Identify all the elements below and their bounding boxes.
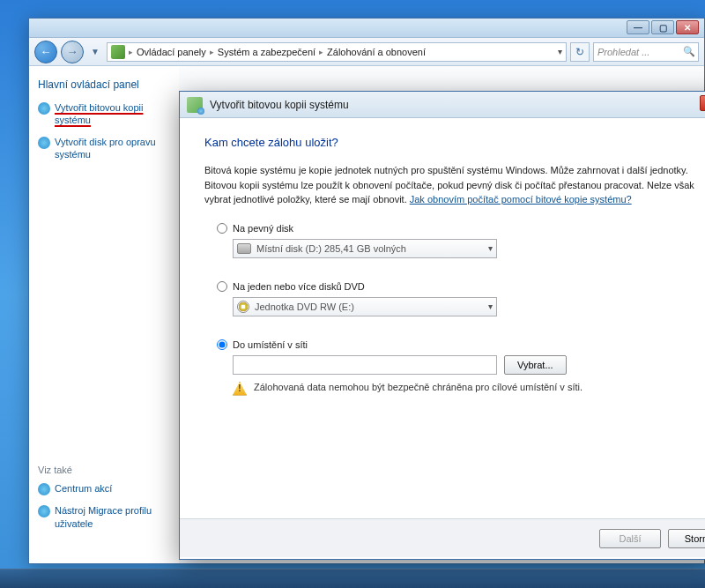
option-label: Na pevný disk bbox=[233, 223, 293, 234]
network-warning: Zálohovaná data nemohou být bezpečně chr… bbox=[233, 382, 705, 396]
see-also-heading: Viz také bbox=[38, 465, 170, 475]
option-label: Na jeden nebo více disků DVD bbox=[233, 281, 365, 292]
network-path-input[interactable] bbox=[233, 355, 497, 375]
chevron-right-icon: ▸ bbox=[129, 48, 133, 56]
browse-button[interactable]: Vybrat... bbox=[504, 355, 567, 375]
help-link[interactable]: Jak obnovím počítač pomocí bitové kopie … bbox=[410, 194, 632, 205]
dialog-description: Bitová kopie systému je kopie jednotek n… bbox=[204, 163, 705, 207]
sidebar-item-migration-tool[interactable]: Nástroj Migrace profilu uživatele bbox=[38, 504, 170, 530]
forward-button[interactable]: → bbox=[61, 41, 84, 63]
option-dvd: Na jeden nebo více disků DVD Jednotka DV… bbox=[204, 281, 705, 316]
breadcrumb[interactable]: ▸ Ovládací panely ▸ Systém a zabezpečení… bbox=[107, 42, 567, 62]
option-hard-disk: Na pevný disk Místní disk (D:) 285,41 GB… bbox=[204, 223, 705, 258]
shield-icon bbox=[38, 137, 50, 149]
chevron-down-icon[interactable]: ▾ bbox=[558, 47, 562, 56]
option-dvd-radio[interactable]: Na jeden nebo více disků DVD bbox=[204, 281, 705, 292]
option-hard-disk-radio[interactable]: Na pevný disk bbox=[204, 223, 705, 234]
cancel-button[interactable]: Storno bbox=[668, 529, 705, 548]
warning-icon bbox=[233, 382, 247, 396]
drive-icon bbox=[237, 243, 251, 254]
chevron-right-icon: ▸ bbox=[210, 48, 214, 56]
sidebar-item-action-center[interactable]: Centrum akcí bbox=[38, 482, 170, 495]
shield-icon bbox=[38, 102, 50, 115]
sidebar: Hlavní ovládací panel Vytvořit bitovou k… bbox=[29, 66, 179, 563]
radio-hard-disk[interactable] bbox=[217, 223, 227, 234]
sidebar-heading[interactable]: Hlavní ovládací panel bbox=[38, 78, 170, 91]
radio-dvd[interactable] bbox=[217, 281, 227, 292]
sidebar-item-label: Vytvořit disk pro opravu systému bbox=[55, 136, 170, 161]
dialog-close-button[interactable]: ✕ bbox=[700, 95, 705, 111]
hard-disk-combo[interactable]: Místní disk (D:) 285,41 GB volných ▾ bbox=[233, 239, 497, 258]
dialog-footer: Další Storno bbox=[180, 518, 705, 557]
sidebar-item-create-system-image[interactable]: Vytvořit bitovou kopii systému bbox=[38, 101, 170, 127]
sidebar-item-label: Vytvořit bitovou kopii systému bbox=[55, 101, 170, 127]
refresh-button[interactable]: ↻ bbox=[570, 42, 590, 62]
search-placeholder: Prohledat ... bbox=[597, 47, 649, 57]
sidebar-item-label: Centrum akcí bbox=[55, 482, 112, 495]
chevron-right-icon: ▸ bbox=[319, 48, 323, 56]
chevron-down-icon: ▾ bbox=[488, 243, 493, 253]
option-label: Do umístění v síti bbox=[233, 339, 308, 350]
option-network: Do umístění v síti Vybrat... Zálohovaná … bbox=[204, 339, 705, 396]
search-input[interactable]: Prohledat ... 🔍 bbox=[593, 42, 699, 62]
history-dropdown-icon[interactable]: ▼ bbox=[91, 47, 100, 56]
maximize-button[interactable]: ▢ bbox=[651, 20, 674, 34]
next-button[interactable]: Další bbox=[599, 529, 661, 548]
create-system-image-dialog: Vytvořit bitovou kopii systému ✕ Kam chc… bbox=[179, 91, 705, 560]
taskbar[interactable] bbox=[0, 569, 705, 588]
chevron-down-icon: ▾ bbox=[488, 301, 493, 311]
dialog-titlebar: Vytvořit bitovou kopii systému ✕ bbox=[180, 92, 705, 118]
minimize-button[interactable]: — bbox=[627, 20, 649, 34]
search-icon: 🔍 bbox=[683, 46, 695, 57]
dialog-title: Vytvořit bitovou kopii systému bbox=[210, 99, 349, 111]
dialog-heading: Kam chcete zálohu uložit? bbox=[204, 136, 705, 149]
combo-value: Místní disk (D:) 285,41 GB volných bbox=[256, 243, 406, 254]
toolbar: ← → ▼ ▸ Ovládací panely ▸ Systém a zabez… bbox=[29, 38, 704, 66]
breadcrumb-item[interactable]: Zálohování a obnovení bbox=[327, 47, 426, 57]
sidebar-item-create-repair-disc[interactable]: Vytvořit disk pro opravu systému bbox=[38, 136, 170, 161]
warning-text: Zálohovaná data nemohou být bezpečně chr… bbox=[254, 382, 583, 392]
control-panel-icon bbox=[111, 45, 125, 59]
sidebar-item-label: Nástroj Migrace profilu uživatele bbox=[55, 504, 170, 530]
dialog-body: Kam chcete zálohu uložit? Bitová kopie s… bbox=[180, 118, 705, 518]
flag-icon bbox=[38, 483, 50, 495]
back-button[interactable]: ← bbox=[34, 41, 57, 63]
breadcrumb-item[interactable]: Systém a zabezpečení bbox=[218, 47, 315, 57]
dvd-icon bbox=[237, 301, 249, 313]
dvd-combo[interactable]: Jednotka DVD RW (E:) ▾ bbox=[233, 297, 497, 316]
option-network-radio[interactable]: Do umístění v síti bbox=[204, 339, 705, 350]
combo-value: Jednotka DVD RW (E:) bbox=[255, 301, 354, 312]
close-button[interactable]: ✕ bbox=[676, 20, 699, 34]
titlebar: — ▢ ✕ bbox=[29, 19, 704, 38]
system-image-icon bbox=[187, 97, 203, 113]
radio-network[interactable] bbox=[217, 339, 227, 350]
breadcrumb-item[interactable]: Ovládací panely bbox=[137, 47, 206, 57]
users-icon bbox=[38, 505, 50, 517]
